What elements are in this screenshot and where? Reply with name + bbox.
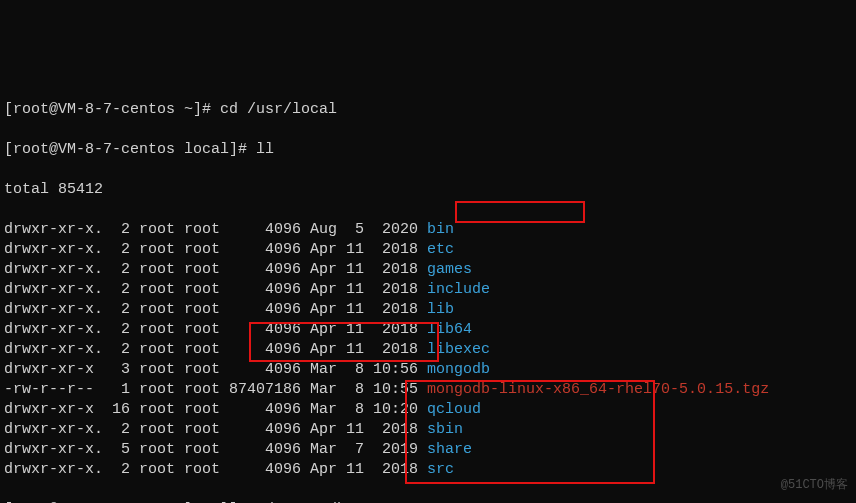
ls-row: drwxr-xr-x. 5 root root 4096 Mar 7 2019 … bbox=[4, 440, 852, 460]
dir-name: libexec bbox=[427, 341, 490, 358]
ls-meta: drwxr-xr-x. 2 root root 4096 Apr 11 2018 bbox=[4, 321, 427, 338]
ls-output-local: drwxr-xr-x. 2 root root 4096 Aug 5 2020 … bbox=[4, 220, 852, 480]
ls-row: drwxr-xr-x 16 root root 4096 Mar 8 10:20… bbox=[4, 400, 852, 420]
dir-name: games bbox=[427, 261, 472, 278]
ls-meta: drwxr-xr-x. 2 root root 4096 Apr 11 2018 bbox=[4, 281, 427, 298]
dir-name: mongodb bbox=[427, 361, 490, 378]
prompt-line: [root@VM-8-7-centos ~]# cd /usr/local bbox=[4, 100, 852, 120]
prompt: [root@VM-8-7-centos local]# ll bbox=[4, 141, 274, 158]
ls-meta: drwxr-xr-x. 2 root root 4096 Apr 11 2018 bbox=[4, 241, 427, 258]
ls-meta: drwxr-xr-x. 2 root root 4096 Aug 5 2020 bbox=[4, 221, 427, 238]
dir-name: src bbox=[427, 461, 454, 478]
dir-name: lib64 bbox=[427, 321, 472, 338]
ls-row: drwxr-xr-x. 2 root root 4096 Apr 11 2018… bbox=[4, 340, 852, 360]
terminal[interactable]: [root@VM-8-7-centos ~]# cd /usr/local [r… bbox=[0, 80, 856, 503]
ls-meta: drwxr-xr-x 16 root root 4096 Mar 8 10:20 bbox=[4, 401, 427, 418]
dir-name: sbin bbox=[427, 421, 463, 438]
ls-row: drwxr-xr-x. 2 root root 4096 Apr 11 2018… bbox=[4, 240, 852, 260]
dir-name: share bbox=[427, 441, 472, 458]
ls-meta: drwxr-xr-x. 5 root root 4096 Mar 7 2019 bbox=[4, 441, 427, 458]
prompt: [root@VM-8-7-centos ~]# cd /usr/local bbox=[4, 101, 337, 118]
ls-meta: drwxr-xr-x. 2 root root 4096 Apr 11 2018 bbox=[4, 341, 427, 358]
ls-row: drwxr-xr-x. 2 root root 4096 Apr 11 2018… bbox=[4, 300, 852, 320]
watermark: @51CTO博客 bbox=[781, 475, 848, 495]
dir-name: bin bbox=[427, 221, 454, 238]
ls-row: drwxr-xr-x. 2 root root 4096 Apr 11 2018… bbox=[4, 460, 852, 480]
dir-name: include bbox=[427, 281, 490, 298]
dir-name: etc bbox=[427, 241, 454, 258]
ls-meta: drwxr-xr-x. 2 root root 4096 Apr 11 2018 bbox=[4, 261, 427, 278]
ls-meta: -rw-r--r-- 1 root root 87407186 Mar 8 10… bbox=[4, 381, 427, 398]
ls-meta: drwxr-xr-x 3 root root 4096 Mar 8 10:56 bbox=[4, 361, 427, 378]
dir-name: qcloud bbox=[427, 401, 481, 418]
file-name: mongodb-linux-x86_64-rhel70-5.0.15.tgz bbox=[427, 381, 769, 398]
prompt-line: [root@VM-8-7-centos local]# ll bbox=[4, 140, 852, 160]
dir-name: lib bbox=[427, 301, 454, 318]
ls-row: drwxr-xr-x. 2 root root 4096 Aug 5 2020 … bbox=[4, 220, 852, 240]
ls-meta: drwxr-xr-x. 2 root root 4096 Apr 11 2018 bbox=[4, 421, 427, 438]
ls-meta: drwxr-xr-x. 2 root root 4096 Apr 11 2018 bbox=[4, 461, 427, 478]
ls-row: drwxr-xr-x. 2 root root 4096 Apr 11 2018… bbox=[4, 420, 852, 440]
ls-meta: drwxr-xr-x. 2 root root 4096 Apr 11 2018 bbox=[4, 301, 427, 318]
ls-row: drwxr-xr-x 3 root root 4096 Mar 8 10:56 … bbox=[4, 360, 852, 380]
total-line: total 85412 bbox=[4, 180, 852, 200]
ls-row: drwxr-xr-x. 2 root root 4096 Apr 11 2018… bbox=[4, 280, 852, 300]
ls-row: -rw-r--r-- 1 root root 87407186 Mar 8 10… bbox=[4, 380, 852, 400]
ls-row: drwxr-xr-x. 2 root root 4096 Apr 11 2018… bbox=[4, 320, 852, 340]
ls-row: drwxr-xr-x. 2 root root 4096 Apr 11 2018… bbox=[4, 260, 852, 280]
